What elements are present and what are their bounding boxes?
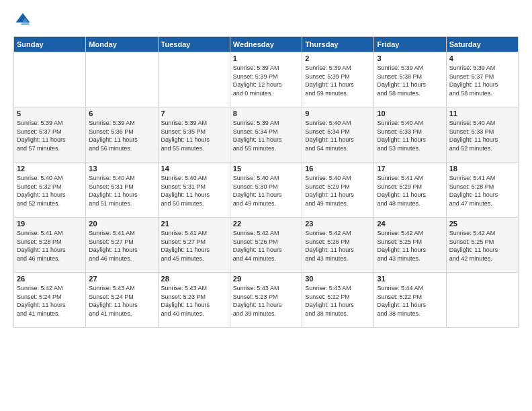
day-number: 19: [17, 220, 83, 228]
day-number: 12: [17, 165, 83, 173]
day-info: Sunrise: 5:40 AM Sunset: 5:31 PM Dayligh…: [161, 174, 227, 208]
day-number: 14: [161, 165, 227, 173]
calendar-cell: [14, 52, 86, 107]
calendar-cell: 24Sunrise: 5:42 AM Sunset: 5:25 PM Dayli…: [374, 218, 446, 273]
calendar-cell: 28Sunrise: 5:43 AM Sunset: 5:23 PM Dayli…: [158, 273, 230, 328]
day-number: 18: [449, 165, 515, 173]
day-info: Sunrise: 5:40 AM Sunset: 5:30 PM Dayligh…: [233, 174, 299, 208]
day-number: 28: [161, 275, 227, 283]
day-info: Sunrise: 5:42 AM Sunset: 5:26 PM Dayligh…: [233, 229, 299, 263]
day-info: Sunrise: 5:40 AM Sunset: 5:33 PM Dayligh…: [377, 119, 443, 152]
day-info: Sunrise: 5:42 AM Sunset: 5:25 PM Dayligh…: [449, 229, 515, 263]
day-number: 4: [449, 54, 515, 62]
day-number: 6: [89, 109, 154, 118]
day-number: 16: [305, 165, 371, 173]
day-number: 29: [233, 275, 299, 283]
day-number: 15: [233, 165, 299, 173]
day-info: Sunrise: 5:39 AM Sunset: 5:34 PM Dayligh…: [233, 119, 299, 152]
logo-icon: [13, 11, 32, 30]
day-info: Sunrise: 5:42 AM Sunset: 5:24 PM Dayligh…: [17, 284, 83, 318]
day-number: 5: [17, 109, 83, 118]
day-info: Sunrise: 5:42 AM Sunset: 5:25 PM Dayligh…: [377, 229, 443, 263]
calendar-header-row: SundayMondayTuesdayWednesdayThursdayFrid…: [14, 37, 519, 52]
calendar-cell: 3Sunrise: 5:39 AM Sunset: 5:38 PM Daylig…: [374, 52, 446, 107]
calendar-cell: 4Sunrise: 5:39 AM Sunset: 5:37 PM Daylig…: [446, 52, 518, 107]
day-info: Sunrise: 5:40 AM Sunset: 5:29 PM Dayligh…: [305, 174, 371, 208]
day-number: 27: [89, 275, 154, 283]
calendar-weekday-tuesday: Tuesday: [158, 37, 230, 52]
calendar-week-row: 5Sunrise: 5:39 AM Sunset: 5:37 PM Daylig…: [14, 107, 519, 163]
day-info: Sunrise: 5:39 AM Sunset: 5:38 PM Dayligh…: [377, 64, 443, 97]
day-number: 2: [305, 54, 371, 62]
day-info: Sunrise: 5:41 AM Sunset: 5:29 PM Dayligh…: [377, 174, 443, 208]
calendar-cell: 15Sunrise: 5:40 AM Sunset: 5:30 PM Dayli…: [230, 163, 302, 218]
calendar-cell: 13Sunrise: 5:40 AM Sunset: 5:31 PM Dayli…: [86, 163, 158, 218]
day-info: Sunrise: 5:43 AM Sunset: 5:22 PM Dayligh…: [305, 284, 371, 318]
day-number: 8: [233, 109, 299, 118]
calendar-cell: 18Sunrise: 5:41 AM Sunset: 5:28 PM Dayli…: [446, 163, 518, 218]
day-info: Sunrise: 5:40 AM Sunset: 5:33 PM Dayligh…: [449, 119, 515, 152]
day-number: 23: [305, 220, 371, 228]
day-info: Sunrise: 5:39 AM Sunset: 5:39 PM Dayligh…: [233, 64, 299, 97]
calendar-cell: 19Sunrise: 5:41 AM Sunset: 5:28 PM Dayli…: [14, 218, 86, 273]
day-number: 3: [377, 54, 443, 62]
day-number: 20: [89, 220, 154, 228]
calendar-weekday-friday: Friday: [374, 37, 446, 52]
day-number: 24: [377, 220, 443, 228]
day-number: 30: [305, 275, 371, 283]
calendar-cell: 20Sunrise: 5:41 AM Sunset: 5:27 PM Dayli…: [86, 218, 158, 273]
calendar-cell: 26Sunrise: 5:42 AM Sunset: 5:24 PM Dayli…: [14, 273, 86, 328]
calendar-cell: 12Sunrise: 5:40 AM Sunset: 5:32 PM Dayli…: [14, 163, 86, 218]
day-info: Sunrise: 5:41 AM Sunset: 5:27 PM Dayligh…: [89, 229, 154, 263]
calendar-cell: [158, 52, 230, 107]
calendar-cell: 7Sunrise: 5:39 AM Sunset: 5:35 PM Daylig…: [158, 107, 230, 163]
calendar-cell: 29Sunrise: 5:43 AM Sunset: 5:23 PM Dayli…: [230, 273, 302, 328]
day-info: Sunrise: 5:41 AM Sunset: 5:28 PM Dayligh…: [17, 229, 83, 263]
calendar-cell: 9Sunrise: 5:40 AM Sunset: 5:34 PM Daylig…: [302, 107, 374, 163]
calendar-week-row: 19Sunrise: 5:41 AM Sunset: 5:28 PM Dayli…: [14, 218, 519, 273]
calendar-weekday-thursday: Thursday: [302, 37, 374, 52]
calendar-cell: 14Sunrise: 5:40 AM Sunset: 5:31 PM Dayli…: [158, 163, 230, 218]
calendar-cell: 21Sunrise: 5:41 AM Sunset: 5:27 PM Dayli…: [158, 218, 230, 273]
day-info: Sunrise: 5:39 AM Sunset: 5:39 PM Dayligh…: [305, 64, 371, 97]
page-container: SundayMondayTuesdayWednesdayThursdayFrid…: [0, 0, 532, 411]
calendar-cell: 22Sunrise: 5:42 AM Sunset: 5:26 PM Dayli…: [230, 218, 302, 273]
calendar-cell: 23Sunrise: 5:42 AM Sunset: 5:26 PM Dayli…: [302, 218, 374, 273]
day-number: 11: [449, 109, 515, 118]
day-number: 22: [233, 220, 299, 228]
day-number: 13: [89, 165, 154, 173]
calendar-cell: 31Sunrise: 5:44 AM Sunset: 5:22 PM Dayli…: [374, 273, 446, 328]
calendar-week-row: 26Sunrise: 5:42 AM Sunset: 5:24 PM Dayli…: [14, 273, 519, 328]
day-info: Sunrise: 5:41 AM Sunset: 5:27 PM Dayligh…: [161, 229, 227, 263]
day-info: Sunrise: 5:40 AM Sunset: 5:34 PM Dayligh…: [305, 119, 371, 152]
day-info: Sunrise: 5:39 AM Sunset: 5:36 PM Dayligh…: [89, 119, 154, 152]
day-info: Sunrise: 5:42 AM Sunset: 5:26 PM Dayligh…: [305, 229, 371, 263]
day-info: Sunrise: 5:43 AM Sunset: 5:23 PM Dayligh…: [233, 284, 299, 318]
day-number: 31: [377, 275, 443, 283]
header: [13, 11, 519, 30]
day-info: Sunrise: 5:44 AM Sunset: 5:22 PM Dayligh…: [377, 284, 443, 318]
calendar-cell: 8Sunrise: 5:39 AM Sunset: 5:34 PM Daylig…: [230, 107, 302, 163]
calendar-cell: 25Sunrise: 5:42 AM Sunset: 5:25 PM Dayli…: [446, 218, 518, 273]
day-info: Sunrise: 5:40 AM Sunset: 5:32 PM Dayligh…: [17, 174, 83, 208]
day-info: Sunrise: 5:39 AM Sunset: 5:37 PM Dayligh…: [17, 119, 83, 152]
day-number: 7: [161, 109, 227, 118]
calendar-cell: [86, 52, 158, 107]
calendar-cell: 5Sunrise: 5:39 AM Sunset: 5:37 PM Daylig…: [14, 107, 86, 163]
day-number: 25: [449, 220, 515, 228]
calendar-weekday-saturday: Saturday: [446, 37, 518, 52]
logo: [13, 11, 35, 30]
calendar-weekday-wednesday: Wednesday: [230, 37, 302, 52]
calendar-cell: 27Sunrise: 5:43 AM Sunset: 5:24 PM Dayli…: [86, 273, 158, 328]
calendar-cell: [446, 273, 518, 328]
day-number: 9: [305, 109, 371, 118]
day-info: Sunrise: 5:39 AM Sunset: 5:37 PM Dayligh…: [449, 64, 515, 97]
calendar-cell: 2Sunrise: 5:39 AM Sunset: 5:39 PM Daylig…: [302, 52, 374, 107]
calendar-table: SundayMondayTuesdayWednesdayThursdayFrid…: [13, 36, 519, 328]
calendar-cell: 6Sunrise: 5:39 AM Sunset: 5:36 PM Daylig…: [86, 107, 158, 163]
day-number: 26: [17, 275, 83, 283]
day-number: 17: [377, 165, 443, 173]
day-info: Sunrise: 5:43 AM Sunset: 5:24 PM Dayligh…: [89, 284, 154, 318]
day-number: 10: [377, 109, 443, 118]
day-info: Sunrise: 5:43 AM Sunset: 5:23 PM Dayligh…: [161, 284, 227, 318]
